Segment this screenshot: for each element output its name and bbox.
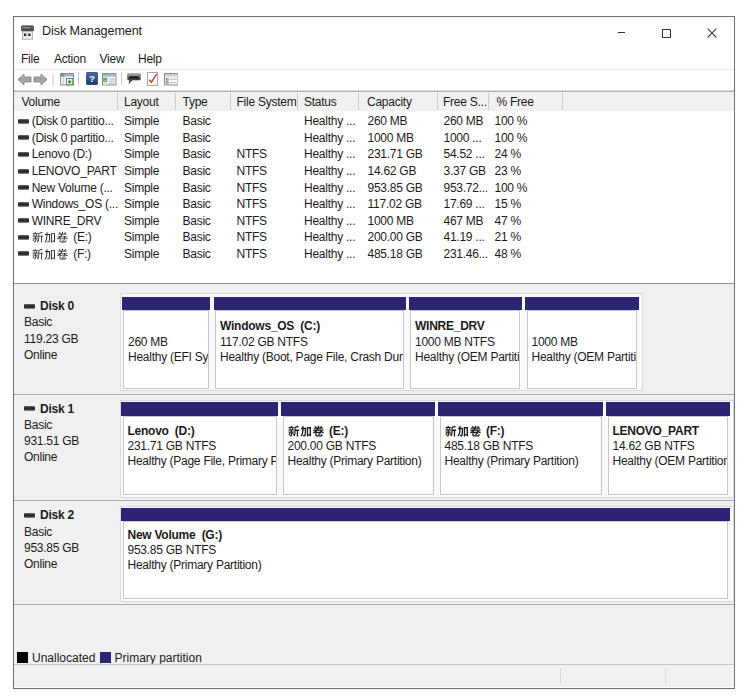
- svg-text:?: ?: [89, 73, 95, 84]
